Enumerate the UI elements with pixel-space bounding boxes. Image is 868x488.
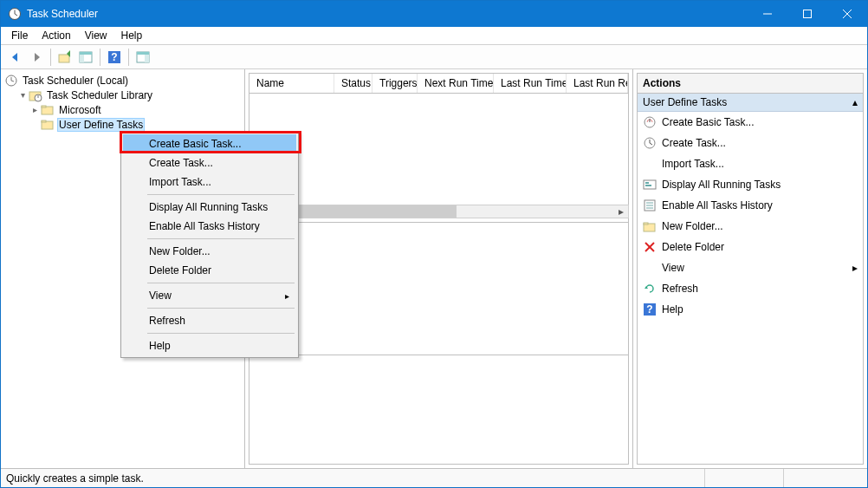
wizard-icon <box>643 115 657 129</box>
svg-rect-13 <box>80 55 84 62</box>
menu-view[interactable]: View <box>78 28 114 43</box>
maximize-button[interactable] <box>787 1 827 27</box>
action-create-basic-task[interactable]: Create Basic Task... <box>638 112 863 133</box>
svg-rect-26 <box>42 106 46 107</box>
context-menu: Create Basic Task... Create Task... Impo… <box>120 132 299 358</box>
tree-library-label: Task Scheduler Library <box>45 89 154 101</box>
ctx-separator <box>147 194 295 195</box>
tree-user-define[interactable]: User Define Tasks <box>4 117 244 132</box>
action-view[interactable]: View ▸ <box>638 257 863 278</box>
col-last-result[interactable]: Last Run Result <box>567 74 628 93</box>
ctx-label: Create Basic Task... <box>149 138 242 150</box>
col-name[interactable]: Name <box>249 74 334 93</box>
ctx-display-running[interactable]: Display All Running Tasks <box>123 198 296 217</box>
help-button[interactable]: ? <box>105 48 124 67</box>
ctx-separator <box>147 283 295 283</box>
close-button[interactable] <box>827 1 867 27</box>
col-next-run[interactable]: Next Run Time <box>418 74 494 93</box>
action-help[interactable]: ? Help <box>638 299 863 320</box>
action-enable-history[interactable]: Enable All Tasks History <box>638 195 863 216</box>
tree-microsoft[interactable]: ▸ Microsoft <box>4 102 244 117</box>
toolbar-separator <box>128 49 129 66</box>
action-label: New Folder... <box>662 220 723 232</box>
svg-marker-7 <box>12 53 17 62</box>
ctx-delete-folder[interactable]: Delete Folder <box>123 261 296 280</box>
ctx-label: Delete Folder <box>149 264 211 277</box>
svg-rect-4 <box>804 10 812 18</box>
expand-toggle[interactable]: ▾ <box>16 90 29 100</box>
svg-text:?: ? <box>111 51 117 63</box>
minimize-button[interactable] <box>748 1 787 27</box>
horizontal-scrollbar[interactable]: ◂ ▸ <box>249 205 629 218</box>
svg-rect-35 <box>645 182 649 184</box>
ctx-enable-history[interactable]: Enable All Tasks History <box>123 217 296 236</box>
action-label: Refresh <box>662 283 698 295</box>
toolbar-separator <box>100 49 100 66</box>
submenu-arrow-icon: ▸ <box>285 291 289 301</box>
list-header: Name Status Triggers Next Run Time Last … <box>249 74 628 93</box>
action-label: Create Basic Task... <box>662 116 755 128</box>
new-folder-icon <box>643 219 657 233</box>
ctx-refresh[interactable]: Refresh <box>123 311 296 330</box>
action-label: Help <box>662 303 683 316</box>
actions-header: Actions <box>637 73 864 94</box>
status-text: Quickly creates a simple task. <box>6 472 704 485</box>
action-new-folder[interactable]: New Folder... <box>638 216 863 237</box>
ctx-separator <box>147 308 295 309</box>
ctx-help[interactable]: Help <box>123 336 296 355</box>
scroll-track[interactable] <box>263 205 614 218</box>
action-import-task[interactable]: Import Task... <box>638 153 863 174</box>
submenu-arrow-icon: ▸ <box>852 262 858 274</box>
svg-text:?: ? <box>646 303 652 316</box>
tree-library[interactable]: ▾ Task Scheduler Library <box>4 88 244 102</box>
expand-toggle <box>29 120 41 129</box>
menu-file[interactable]: File <box>4 28 35 43</box>
ctx-label: Enable All Tasks History <box>149 220 260 232</box>
ctx-label: Create Task... <box>149 157 213 169</box>
ctx-create-task[interactable]: Create Task... <box>123 153 296 172</box>
expand-toggle[interactable]: ▸ <box>29 105 41 114</box>
menu-help[interactable]: Help <box>114 28 150 43</box>
show-hide-tree-button[interactable] <box>76 48 95 67</box>
menu-action[interactable]: Action <box>35 28 77 43</box>
col-triggers[interactable]: Triggers <box>372 74 418 93</box>
help-icon: ? <box>643 303 657 316</box>
back-button[interactable] <box>6 48 25 67</box>
action-refresh[interactable]: Refresh <box>638 278 863 299</box>
ctx-separator <box>147 333 295 334</box>
folder-icon <box>41 118 55 132</box>
task-list-pane: Name Status Triggers Next Run Time Last … <box>245 69 633 468</box>
collapse-icon: ▴ <box>852 96 858 108</box>
action-label: Delete Folder <box>662 241 724 253</box>
app-window: Task Scheduler File Action View Help ? T… <box>0 0 868 488</box>
action-label: View <box>662 262 684 274</box>
action-display-running[interactable]: Display All Running Tasks <box>638 174 863 195</box>
ctx-new-folder[interactable]: New Folder... <box>123 242 296 261</box>
action-label: Import Task... <box>662 158 724 170</box>
forward-button[interactable] <box>27 48 46 67</box>
clock-icon <box>4 74 18 88</box>
ctx-import-task[interactable]: Import Task... <box>123 172 296 192</box>
running-tasks-icon <box>643 178 657 192</box>
scroll-right-button[interactable]: ▸ <box>614 205 628 218</box>
ctx-view[interactable]: View▸ <box>123 286 296 305</box>
actions-pane: Actions User Define Tasks ▴ Create Basic… <box>633 69 867 468</box>
action-delete-folder[interactable]: Delete Folder <box>638 237 863 257</box>
col-last-run[interactable]: Last Run Time <box>494 74 567 93</box>
status-separator <box>783 469 784 487</box>
ctx-separator <box>147 238 295 239</box>
ctx-create-basic-task[interactable]: Create Basic Task... <box>123 134 296 153</box>
show-hide-action-button[interactable] <box>133 48 152 67</box>
action-label: Enable All Tasks History <box>662 199 773 211</box>
tree-root[interactable]: Task Scheduler (Local) <box>4 73 244 88</box>
history-icon <box>643 198 657 212</box>
window-title: Task Scheduler <box>27 8 748 20</box>
action-create-task[interactable]: Create Task... <box>638 133 863 153</box>
delete-icon <box>643 240 657 254</box>
col-status[interactable]: Status <box>334 74 372 93</box>
up-button[interactable] <box>55 48 74 67</box>
action-label: Display All Running Tasks <box>662 179 781 191</box>
actions-section-header[interactable]: User Define Tasks ▴ <box>638 94 863 112</box>
tree-user-define-label: User Define Tasks <box>57 118 145 132</box>
app-icon <box>8 7 22 21</box>
